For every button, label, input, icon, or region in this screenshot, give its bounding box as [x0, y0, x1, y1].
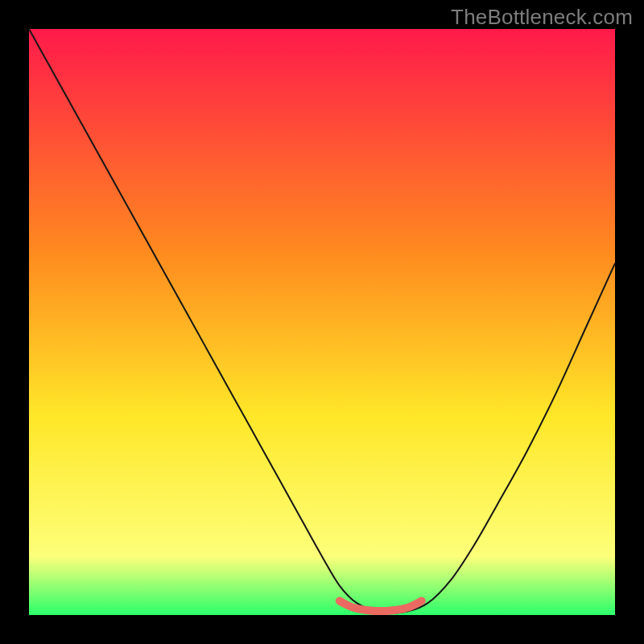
attribution-label: TheBottleneck.com: [451, 5, 633, 30]
optimal-marker: [340, 601, 422, 612]
chart-stage: TheBottleneck.com: [0, 0, 644, 644]
chart-lines: [29, 29, 615, 615]
bottleneck-curve: [29, 29, 615, 613]
plot-area: [29, 29, 615, 615]
